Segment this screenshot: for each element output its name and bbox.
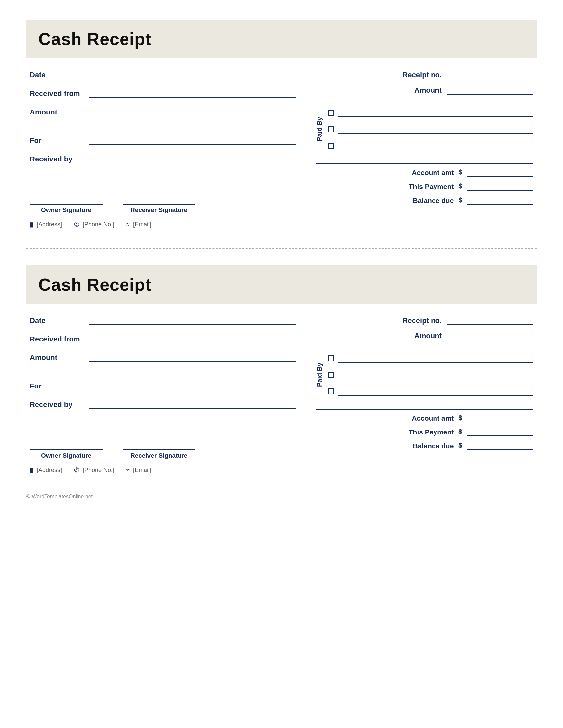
right-col-1: Receipt no. Amount Paid By xyxy=(316,70,533,228)
this-payment-line-1[interactable] xyxy=(467,181,533,191)
amount-right-row-2: Amount xyxy=(316,331,533,340)
receiver-sig-label-1: Receiver Signature xyxy=(130,206,187,214)
contact-row-2: ▮ [Address] ✆ [Phone No.] ≈ [Email] xyxy=(30,466,296,474)
balance-due-line-2[interactable] xyxy=(467,441,533,450)
amount-right-line-2[interactable] xyxy=(447,331,533,340)
amount-label-1: Amount xyxy=(30,108,83,116)
date-line-1[interactable] xyxy=(89,70,296,79)
account-amt-row-2: Account amt $ xyxy=(316,413,533,422)
for-line-1[interactable] xyxy=(89,136,296,145)
balance-due-label-2: Balance due xyxy=(413,442,454,450)
account-amt-line-1[interactable] xyxy=(467,167,533,177)
receipt-no-row-1: Receipt no. xyxy=(316,70,533,79)
amounts-section-1: Account amt $ This Payment $ Balance due… xyxy=(316,163,533,209)
paid-by-option-1a xyxy=(328,108,533,117)
amount-right-label-2: Amount xyxy=(414,332,442,340)
balance-due-row-1: Balance due $ xyxy=(316,195,533,205)
owner-sig-line-2[interactable] xyxy=(30,438,103,450)
receiver-sig-line-1[interactable] xyxy=(122,193,195,205)
paid-by-line-1a[interactable] xyxy=(338,108,533,117)
receipt-divider xyxy=(26,248,537,249)
date-line-2[interactable] xyxy=(89,316,296,325)
checkbox-1c[interactable] xyxy=(328,143,334,149)
paid-by-option-1b xyxy=(328,124,533,134)
received-by-row-1: Received by xyxy=(30,154,296,163)
balance-due-line-1[interactable] xyxy=(467,195,533,205)
phone-item-1: ✆ [Phone No.] xyxy=(74,220,114,228)
account-amt-row-1: Account amt $ xyxy=(316,167,533,177)
page-footer: © WordTemplatesOnline.net xyxy=(26,494,537,500)
amount-right-label-1: Amount xyxy=(414,86,442,95)
checkbox-2b[interactable] xyxy=(328,372,334,378)
owner-sig-line-1[interactable] xyxy=(30,193,103,205)
paid-by-option-2c xyxy=(328,387,533,396)
paid-by-line-1b[interactable] xyxy=(338,124,533,134)
address-placeholder-2: [Address] xyxy=(37,467,62,474)
phone-icon-2: ✆ xyxy=(74,466,79,474)
paid-by-line-2a[interactable] xyxy=(338,353,533,363)
this-payment-row-2: This Payment $ xyxy=(316,427,533,436)
right-top-2: Receipt no. Amount xyxy=(316,316,533,340)
amount-right-line-1[interactable] xyxy=(447,85,533,95)
email-icon-1: ≈ xyxy=(126,221,130,228)
signature-section-2: Owner Signature Receiver Signature xyxy=(30,438,296,459)
owner-sig-2: Owner Signature xyxy=(30,438,103,459)
balance-due-row-2: Balance due $ xyxy=(316,441,533,450)
phone-icon-1: ✆ xyxy=(74,220,79,228)
email-item-2: ≈ [Email] xyxy=(126,466,151,474)
amount-label-2: Amount xyxy=(30,353,83,362)
received-by-line-1[interactable] xyxy=(89,154,296,163)
dollar-1c: $ xyxy=(458,196,462,204)
received-from-line-1[interactable] xyxy=(89,89,296,98)
date-label-1: Date xyxy=(30,71,83,79)
receipt-title-1: Cash Receipt xyxy=(38,29,525,49)
this-payment-label-2: This Payment xyxy=(409,428,454,436)
account-amt-line-2[interactable] xyxy=(467,413,533,422)
amount-line-2[interactable] xyxy=(89,353,296,362)
paid-by-options-1 xyxy=(328,108,533,150)
checkbox-1a[interactable] xyxy=(328,110,334,116)
checkbox-2a[interactable] xyxy=(328,355,334,361)
paid-by-options-2 xyxy=(328,353,533,396)
receipt-no-line-2[interactable] xyxy=(447,316,533,325)
received-from-label-2: Received from xyxy=(30,335,83,343)
this-payment-row-1: This Payment $ xyxy=(316,181,533,191)
date-label-2: Date xyxy=(30,316,83,325)
paid-by-line-2b[interactable] xyxy=(338,370,533,379)
paid-by-wrapper-2: Paid By xyxy=(316,353,533,396)
receiver-sig-2: Receiver Signature xyxy=(122,438,195,459)
receipt-no-line-1[interactable] xyxy=(447,70,533,79)
paid-by-line-1c[interactable] xyxy=(338,141,533,150)
receipt-header-1: Cash Receipt xyxy=(26,20,537,58)
receiver-sig-line-2[interactable] xyxy=(122,438,195,450)
receipt-no-label-2: Receipt no. xyxy=(402,316,442,325)
paid-by-line-2c[interactable] xyxy=(338,387,533,396)
phone-item-2: ✆ [Phone No.] xyxy=(74,466,114,474)
received-by-label-1: Received by xyxy=(30,155,83,163)
right-top-1: Receipt no. Amount xyxy=(316,70,533,95)
signature-section-1: Owner Signature Receiver Signature xyxy=(30,193,296,214)
dollar-1a: $ xyxy=(458,168,462,176)
receipt-2: Cash Receipt Date Received from Amount F… xyxy=(26,265,537,474)
email-icon-2: ≈ xyxy=(126,466,130,474)
amount-top-line-1 xyxy=(316,163,533,164)
right-col-2: Receipt no. Amount Paid By xyxy=(316,316,533,474)
for-line-2[interactable] xyxy=(89,381,296,390)
received-by-line-2[interactable] xyxy=(89,400,296,409)
date-row-2: Date xyxy=(30,316,296,325)
this-payment-line-2[interactable] xyxy=(467,427,533,436)
paid-by-label-1: Paid By xyxy=(316,108,323,150)
amount-line-1[interactable] xyxy=(89,107,296,116)
received-from-line-2[interactable] xyxy=(89,334,296,343)
phone-placeholder-1: [Phone No.] xyxy=(83,221,114,228)
amount-right-row-1: Amount xyxy=(316,85,533,95)
left-col-1: Date Received from Amount For Received b… xyxy=(30,70,296,228)
for-label-1: For xyxy=(30,136,83,145)
email-placeholder-2: [Email] xyxy=(133,467,151,474)
for-row-2: For xyxy=(30,381,296,390)
receiver-sig-label-2: Receiver Signature xyxy=(130,452,187,459)
checkbox-2c[interactable] xyxy=(328,388,334,394)
copyright-text: © WordTemplatesOnline.net xyxy=(26,494,93,499)
checkbox-1b[interactable] xyxy=(328,126,334,132)
received-from-row-2: Received from xyxy=(30,334,296,343)
